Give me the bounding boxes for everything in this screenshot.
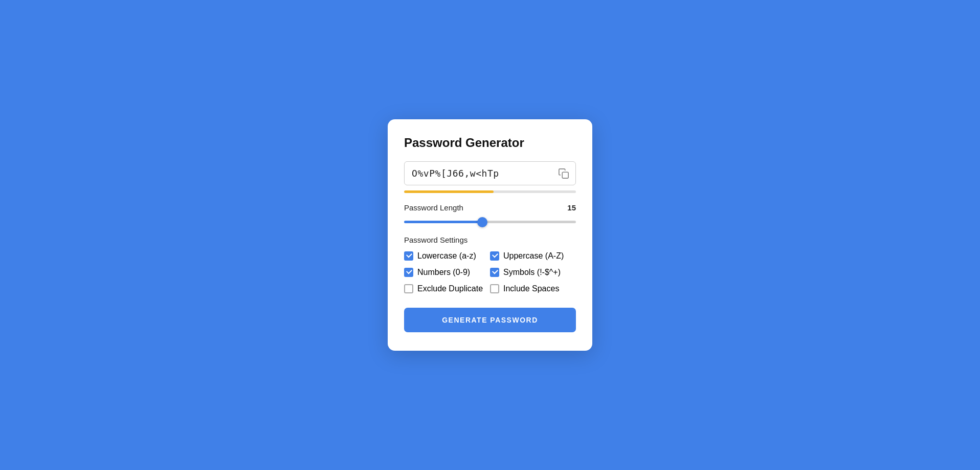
card-title: Password Generator — [404, 136, 576, 150]
checkbox-label-symbols: Symbols (!-$^+) — [503, 268, 561, 277]
checkbox-spaces[interactable] — [490, 284, 499, 293]
copy-button[interactable] — [557, 167, 570, 180]
length-slider[interactable] — [404, 221, 576, 223]
checkbox-uppercase[interactable] — [490, 251, 499, 261]
checkbox-numbers[interactable] — [404, 268, 413, 277]
strength-bar-fill — [404, 190, 494, 193]
password-display: O%vP%[J66,w<hTp — [404, 161, 576, 185]
checkbox-item-lowercase[interactable]: Lowercase (a-z) — [404, 251, 490, 261]
copy-icon — [558, 168, 569, 179]
checkbox-item-exclude[interactable]: Exclude Duplicate — [404, 284, 490, 293]
checkbox-lowercase[interactable] — [404, 251, 413, 261]
length-label: Password Length — [404, 203, 463, 212]
checkbox-exclude[interactable] — [404, 284, 413, 293]
checkbox-label-uppercase: Uppercase (A-Z) — [503, 251, 564, 261]
svg-rect-0 — [562, 172, 568, 178]
checkbox-symbols[interactable] — [490, 268, 499, 277]
slider-wrapper[interactable] — [404, 216, 576, 225]
checkbox-item-symbols[interactable]: Symbols (!-$^+) — [490, 268, 576, 277]
length-value: 15 — [567, 203, 576, 212]
checkbox-label-numbers: Numbers (0-9) — [417, 268, 470, 277]
checkbox-item-numbers[interactable]: Numbers (0-9) — [404, 268, 490, 277]
checkbox-label-exclude: Exclude Duplicate — [417, 284, 483, 293]
password-generator-card: Password Generator O%vP%[J66,w<hTp Passw… — [388, 119, 592, 351]
checkbox-label-lowercase: Lowercase (a-z) — [417, 251, 476, 261]
checkbox-label-spaces: Include Spaces — [503, 284, 559, 293]
settings-label: Password Settings — [404, 236, 576, 244]
checkboxes-grid: Lowercase (a-z) Uppercase (A-Z) Numbers … — [404, 251, 576, 293]
checkbox-item-uppercase[interactable]: Uppercase (A-Z) — [490, 251, 576, 261]
password-value: O%vP%[J66,w<hTp — [412, 168, 499, 179]
strength-bar — [404, 190, 576, 193]
checkbox-item-spaces[interactable]: Include Spaces — [490, 284, 576, 293]
length-row: Password Length 15 — [404, 203, 576, 212]
generate-button[interactable]: GENERATE PASSWORD — [404, 308, 576, 332]
